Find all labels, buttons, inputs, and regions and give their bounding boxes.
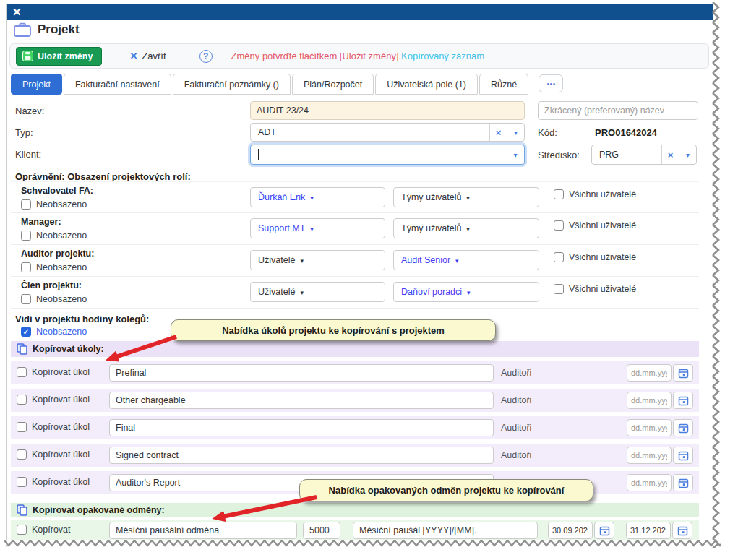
auditors-label: Auditoři [501,450,531,460]
calendar-button[interactable] [594,522,614,539]
role-team-dropdown[interactable]: Audit Senior [393,250,539,270]
reward-name-input[interactable] [109,522,297,539]
copy-task-checkbox[interactable] [17,449,27,460]
tab-fakturacni-nastaveni[interactable]: Fakturační nastavení [64,74,171,95]
clear-icon[interactable] [489,124,507,141]
task-name-input[interactable] [109,392,494,409]
klient-combobox[interactable] [250,145,525,165]
neobsazeno-label: Neobsazeno [36,327,87,337]
reward-desc-input[interactable] [353,522,538,539]
neobsazeno-checkbox[interactable] [21,327,31,337]
vsichni-checkbox[interactable] [554,189,564,199]
reward-date-from-input[interactable] [548,522,593,539]
calendar-button[interactable] [673,392,693,409]
stredisko-combobox[interactable]: PRG [591,145,697,165]
copy-task-label: Kopírovat úkol [32,449,90,460]
dropdown-value: Uživatelé [258,255,304,265]
copy-task-checkbox[interactable] [17,367,27,377]
role-user-dropdown[interactable]: Uživatelé [250,250,385,270]
tab-ruzne[interactable]: Různé [479,74,528,95]
role-user-dropdown[interactable]: Support MT [250,218,385,238]
typ-combobox[interactable]: ADT [250,123,525,142]
role-row-clen: Člen projektu: Neobsazeno Uživatelé Daňo… [11,277,699,309]
vsichni-checkbox[interactable] [554,252,564,262]
task-name-input[interactable] [109,447,494,464]
role-label: Auditor projektu: [21,249,94,259]
task-name-input[interactable] [109,364,494,382]
calendar-button[interactable] [673,474,693,491]
chevron-down-icon[interactable] [507,145,524,164]
red-arrow [211,489,323,524]
calendar-button[interactable] [672,522,692,539]
calendar-icon [677,525,688,536]
zkraceny-nazev-input[interactable] [538,101,698,120]
close-button-label: Zavřít [142,51,166,61]
dropdown-value: Daňoví poradci [401,287,471,297]
role-team-dropdown[interactable]: Týmy uživatelů [393,218,539,238]
dropdown-value: Audit Senior [401,255,459,265]
task-date-input[interactable] [627,392,672,409]
chevron-down-icon[interactable] [679,145,696,164]
neobsazeno-checkbox[interactable] [21,199,31,210]
task-row: Kopírovat úkol Auditoři [11,416,699,439]
neobsazeno-label: Neobsazeno [36,199,87,210]
copy-task-label: Kopírovat úkol [32,367,90,377]
tab-fakturacni-poznamky[interactable]: Fakturační poznámky () [173,74,291,95]
copied-record-link[interactable]: Kopírovaný záznam [401,51,484,61]
tab-uzivatelska-pole[interactable]: Uživatelská pole (1) [375,74,478,95]
neobsazeno-checkbox[interactable] [21,231,31,241]
roles-section: Schvalovatel FA: Neobsazeno Ďurkáň Erik … [11,181,699,309]
clear-icon[interactable] [661,145,679,164]
tab-plan-rozpocet[interactable]: Plán/Rozpočet [292,74,374,95]
role-row-auditor: Auditor projektu: Neobsazeno Uživatelé A… [11,245,699,277]
vsichni-checkbox[interactable] [554,220,564,231]
page-header: Projekt [14,22,80,37]
nazev-label: Název: [15,105,44,116]
task-date-input[interactable] [627,474,672,491]
copy-reward-label: Kopírovat [32,525,71,535]
save-button[interactable]: Uložit změny [16,47,102,66]
close-button[interactable]: Zavřít [129,51,166,61]
neobsazeno-label: Neobsazeno [36,262,87,272]
role-team-dropdown[interactable]: Týmy uživatelů [393,187,539,207]
briefcase-icon [14,22,31,37]
neobsazeno-checkbox[interactable] [21,262,31,272]
chevron-down-icon[interactable] [507,124,524,141]
calendar-button[interactable] [673,447,693,464]
task-date-input[interactable] [627,364,672,382]
copy-task-checkbox[interactable] [17,395,27,405]
text-cursor [258,149,259,160]
vsichni-checkbox[interactable] [554,284,564,294]
dropdown-value: Týmy uživatelů [401,223,470,233]
role-user-dropdown[interactable]: Uživatelé [250,282,385,302]
copy-rewards-header-label: Kopírovat opakované odměny: [33,505,165,515]
calendar-button[interactable] [673,419,693,436]
copy-rewards-header: Kopírovat opakované odměny: [11,503,699,517]
dropdown-value: Ďurkáň Erik [258,192,314,202]
calendar-icon [678,368,689,379]
copy-task-checkbox[interactable] [17,422,27,432]
calendar-button[interactable] [673,364,693,382]
reward-date-to-input[interactable] [626,522,671,539]
stredisko-label: Středisko: [538,150,580,160]
role-team-dropdown[interactable]: Daňoví poradci [393,282,539,302]
red-arrow [104,330,184,365]
help-icon[interactable] [199,50,213,63]
task-date-input[interactable] [627,419,672,436]
task-date-input[interactable] [627,447,672,464]
auditors-label: Auditoři [501,423,531,433]
copy-tasks-header-label: Kopírovat úkoly: [33,344,104,354]
copy-reward-checkbox[interactable] [17,525,27,535]
more-tabs-button[interactable] [539,74,563,92]
typ-value: ADT [251,127,489,137]
vsichni-label: Všichni uživatelé [569,220,636,231]
nazev-input[interactable] [250,101,525,120]
role-user-dropdown[interactable]: Ďurkáň Erik [250,187,385,207]
copy-icon [17,504,27,516]
tab-projekt[interactable]: Projekt [11,74,62,95]
copy-task-checkbox[interactable] [17,477,27,487]
reward-amount-input[interactable] [303,522,340,539]
task-name-input[interactable] [109,419,494,436]
close-icon[interactable] [12,7,22,17]
neobsazeno-checkbox[interactable] [21,294,31,304]
